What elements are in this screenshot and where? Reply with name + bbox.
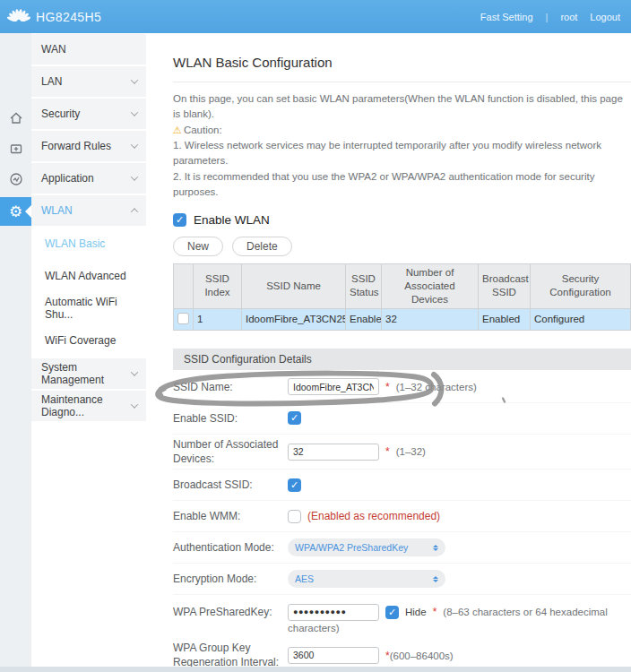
chevron-down-icon xyxy=(131,108,138,116)
main-content: WLAN Basic Configuration On this page, y… xyxy=(146,33,631,672)
table-actions: New Delete xyxy=(173,237,631,256)
add-box-icon[interactable] xyxy=(0,137,31,160)
router-admin-screen: HG8245H5 Fast Setting | root Logout ⚙ xyxy=(0,0,631,672)
enable-ssid-row: Enable SSID: ✓ xyxy=(173,403,631,435)
huawei-logo-icon xyxy=(7,6,30,28)
table-row[interactable]: 1 IdoomFibre_AT3CN252m Enabled 32 Enable… xyxy=(174,308,631,330)
authentication-mode-select[interactable]: WPA/WPA2 PreSharedKey xyxy=(288,538,445,556)
enable-wmm-row: Enable WMM: (Enabled as recommended) xyxy=(173,501,631,532)
chevron-down-icon xyxy=(131,173,138,180)
authentication-mode-row: Authentication Mode: WPA/WPA2 PreSharedK… xyxy=(173,532,631,564)
check-icon: ✓ xyxy=(176,214,184,226)
row-checkbox-cell xyxy=(174,308,194,330)
user-link[interactable]: root xyxy=(560,12,577,22)
enable-wlan-checkbox[interactable]: ✓ xyxy=(173,213,186,227)
check-icon: ✓ xyxy=(290,412,298,424)
psk-hint-line2: characters) xyxy=(288,623,631,638)
ssid-name-input[interactable] xyxy=(288,378,379,395)
encryption-mode-row: Encryption Mode: AES xyxy=(173,564,631,595)
sidebar-subitem-wlan-basic[interactable]: WLAN Basic xyxy=(31,228,146,260)
caution-item-1: 1. Wireless network services may be inte… xyxy=(173,138,631,169)
required-mark: * xyxy=(433,606,437,618)
sidebar-item-maintenance-diagnose[interactable]: Maintenance Diagno... xyxy=(31,391,146,421)
ssid-name-row: SSID Name: * (1–32 characters) xyxy=(173,372,631,403)
sidebar-item-label: Security xyxy=(41,108,132,120)
broadcast-ssid-checkbox[interactable]: ✓ xyxy=(288,478,301,492)
gear-icon: ⚙ xyxy=(9,204,22,220)
sidebar-subitem-label: Automatic WiFi Shu... xyxy=(45,296,146,321)
check-icon: ✓ xyxy=(290,479,298,491)
row-checkbox[interactable] xyxy=(177,313,189,324)
sidebar-item-system-management[interactable]: System Management xyxy=(31,358,146,389)
broadcast-ssid-row: Broadcast SSID: ✓ xyxy=(173,470,631,501)
devices-hint: (1–32) xyxy=(396,446,426,457)
settings-rail-item[interactable]: ⚙ xyxy=(0,197,31,226)
device-model: HG8245H5 xyxy=(36,10,101,24)
home-icon[interactable] xyxy=(0,107,31,130)
hide-password-checkbox[interactable]: ✓ xyxy=(385,606,399,619)
sidebar-item-label: LAN xyxy=(41,75,132,88)
enable-wmm-label: Enable WMM: xyxy=(173,509,288,523)
col-ssid-status: SSID Status xyxy=(346,264,382,309)
fast-setting-link[interactable]: Fast Setting xyxy=(480,12,533,22)
sidebar-item-forward-rules[interactable]: Forward Rules xyxy=(31,131,146,161)
active-notch xyxy=(25,205,31,218)
sidebar-item-wan[interactable]: WAN xyxy=(31,34,146,65)
delete-button[interactable]: Delete xyxy=(232,237,292,256)
col-ssid-name: SSID Name xyxy=(242,264,346,309)
col-devices: Number of Associated Devices xyxy=(382,264,479,309)
wpa-presharedkey-row: WPA PreSharedKey: ✓ Hide * (8–63 charact… xyxy=(173,595,631,626)
sidebar-item-label: WAN xyxy=(41,43,137,56)
wmm-recommendation-note: (Enabled as recommended) xyxy=(307,510,440,522)
brand: HG8245H5 xyxy=(7,6,101,28)
wpa-presharedkey-label: WPA PreSharedKey: xyxy=(173,605,288,619)
ssid-details-section-header: SSID Configuration Details xyxy=(173,349,631,370)
cell-broadcast: Enabled xyxy=(479,308,531,330)
top-bar: HG8245H5 Fast Setting | root Logout xyxy=(0,0,631,33)
devices-input[interactable] xyxy=(288,444,379,461)
psk-hint-line1: (8–63 characters or 64 hexadecimal xyxy=(443,607,607,617)
encryption-mode-value: AES xyxy=(295,573,433,584)
warning-icon: ⚠ xyxy=(173,125,182,136)
sidebar-item-label: Application xyxy=(41,172,132,185)
sidebar-subitem-automatic-wifi-shutdown[interactable]: Automatic WiFi Shu... xyxy=(31,292,146,324)
enable-ssid-checkbox[interactable]: ✓ xyxy=(288,411,301,425)
encryption-mode-label: Encryption Mode: xyxy=(173,572,288,586)
page-title: WLAN Basic Configuration xyxy=(173,55,631,70)
col-broadcast: Broadcast SSID xyxy=(479,264,531,309)
broadcast-ssid-label: Broadcast SSID: xyxy=(173,478,288,492)
updown-icon xyxy=(433,545,438,551)
cell-ssid-name: IdoomFibre_AT3CN252m xyxy=(242,308,346,330)
status-gauge-icon[interactable] xyxy=(0,168,31,191)
group-key-interval-input[interactable] xyxy=(288,647,379,664)
chevron-down-icon xyxy=(131,401,138,408)
enable-wmm-checkbox[interactable] xyxy=(288,510,301,523)
enable-wlan-label: Enable WLAN xyxy=(194,213,270,227)
associated-devices-row: Number of Associated Devices: * (1–32) xyxy=(173,435,631,470)
new-button[interactable]: New xyxy=(173,237,223,256)
logout-link[interactable]: Logout xyxy=(590,12,620,22)
hide-label: Hide xyxy=(405,607,427,617)
sidebar-item-lan[interactable]: LAN xyxy=(31,66,146,97)
authentication-mode-value: WPA/WPA2 PreSharedKey xyxy=(295,542,433,553)
sidebar-subitem-wlan-advanced[interactable]: WLAN Advanced xyxy=(31,260,146,292)
sidebar-item-application[interactable]: Application xyxy=(31,163,146,194)
col-security: Security Configuration xyxy=(531,264,631,309)
page-intro: On this page, you can set basic WLAN par… xyxy=(173,91,631,123)
chevron-down-icon xyxy=(131,368,138,375)
ssid-table-header-row: SSID Index SSID Name SSID Status Number … xyxy=(174,264,631,309)
authentication-mode-label: Authentication Mode: xyxy=(173,540,288,555)
enable-ssid-label: Enable SSID: xyxy=(173,411,288,426)
sidebar-item-label: Maintenance Diagno... xyxy=(41,393,132,418)
sidebar-item-label: WLAN xyxy=(41,204,132,217)
checkbox-column-header xyxy=(174,264,194,309)
sidebar-item-wlan[interactable]: WLAN xyxy=(31,195,146,226)
group-key-hint: (600–86400s) xyxy=(390,650,454,661)
updown-icon xyxy=(433,576,438,582)
sidebar-item-security[interactable]: Security xyxy=(31,99,146,129)
sidebar-subitem-wifi-coverage[interactable]: WiFi Coverage xyxy=(31,324,146,357)
wpa-presharedkey-input[interactable] xyxy=(288,604,379,621)
cell-devices: 32 xyxy=(382,308,479,330)
ssid-table: SSID Index SSID Name SSID Status Number … xyxy=(173,263,631,331)
encryption-mode-select[interactable]: AES xyxy=(288,570,445,588)
